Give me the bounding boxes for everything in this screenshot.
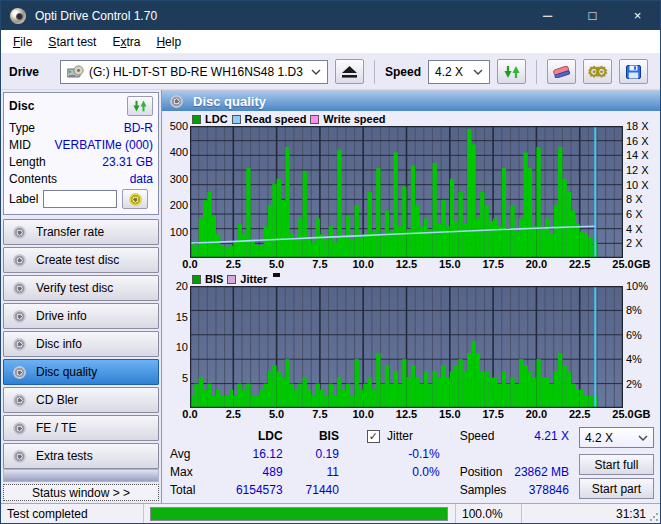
minimize-button[interactable]: ─ [525,1,570,30]
drive-value: (G:) HL-DT-ST BD-RE WH16NS48 1.D3 [89,65,303,79]
disc-icon [13,282,26,295]
ldc-chart-left-axis: 500400300200100 [162,126,190,258]
y-tick-label: 2% [626,378,642,390]
legend-marker [273,273,280,277]
x-tick-label: 10.0 [352,258,373,270]
bis-chart-right-axis: 10%8%6%4%2% [623,286,661,408]
sidebar-item-verify-test-disc[interactable]: Verify test disc [3,275,159,301]
speed-select[interactable]: 4.2 X [428,60,490,84]
window-controls: ─□× [525,1,660,30]
close-button[interactable]: × [615,1,660,30]
jitter-checkbox[interactable]: ✓ [367,430,380,443]
test-speed-value: 4.2 X [585,431,613,445]
disc-icon [129,193,142,206]
speed-stat-value: 4.21 X [534,429,569,443]
x-tick-label: 17.5 [482,258,503,270]
save-button[interactable] [619,59,648,84]
jitter-avg: -0.1% [408,445,439,463]
eraser-icon [553,65,570,78]
legend-label: Read speed [245,113,307,125]
bis-chart: 201510510%8%6%4%2% [162,286,660,408]
x-axis-unit: GB [634,408,651,420]
sidebar-item-transfer-rate[interactable]: Transfer rate [3,219,159,245]
samples-value: 378846 [529,483,569,497]
x-tick-label: 12.5 [396,258,417,270]
drive-select[interactable]: (G:) HL-DT-ST BD-RE WH16NS48 1.D3 [60,60,328,84]
ldc-chart-plot [190,126,623,258]
bis-max: 11 [327,463,339,481]
sidebar-item-cd-bler[interactable]: CD Bler [3,387,159,413]
stats: Avg Max Total LDC 16.12 489 6154573 BIS … [162,421,660,499]
position-value: 23862 MB [514,465,569,479]
y-tick-label: 12 X [626,164,649,176]
disc-row-value: data [130,172,153,186]
refresh-disc-button[interactable] [127,96,153,116]
test-speed-select[interactable]: 4.2 X [579,427,654,448]
legend-swatch-jitter [227,275,236,284]
ldc-chart-right-axis: 18 X16 X14 X12 X10 X8 X6 X4 X2 X [623,126,661,258]
main-panel: Disc quality LDCRead speedWrite speed500… [162,90,660,503]
x-tick-label: 7.5 [312,408,327,420]
menu-item-help[interactable]: Help [148,32,189,52]
disc-row-label: MID [9,138,31,152]
disc-label-button[interactable] [122,189,148,209]
sidebar-item-drive-info[interactable]: Drive info [3,303,159,329]
start-part-button[interactable]: Start part [579,478,654,499]
bis-chart-legend: BISJitter [162,272,660,286]
toolbar: Drive (G:) HL-DT-ST BD-RE WH16NS48 1.D3 … [1,54,660,90]
toolbar-separator [536,60,537,84]
sidebar-item-label: Disc quality [36,365,97,379]
disc-icon [13,226,26,239]
menu-item-start-test[interactable]: Start test [40,32,104,52]
titlebar[interactable]: Opti Drive Control 1.70 ─□× [1,1,660,30]
x-tick-label: 2.5 [226,408,241,420]
position-label: Position [460,465,503,479]
sidebar-item-label: Extra tests [36,449,93,463]
x-tick-label: 22.5 [569,258,590,270]
sidebar-item-label: Create test disc [36,253,119,267]
maximize-button[interactable]: □ [570,1,615,30]
legend-label: Write speed [323,113,385,125]
bis-total: 71440 [306,481,339,499]
drive-label: Drive [9,65,39,79]
status-window-button[interactable]: Status window > > [3,484,159,501]
sidebar-item-disc-info[interactable]: Disc info [3,331,159,357]
x-tick-label: 15.0 [439,258,460,270]
sidebar-item-extra-tests[interactable]: Extra tests [3,443,159,469]
sidebar-item-create-test-disc[interactable]: Create test disc [3,247,159,273]
y-tick-label: 500 [170,120,188,132]
erase-button[interactable] [547,59,576,84]
sidebar-item-fe-te[interactable]: FE / TE [3,415,159,441]
y-tick-label: 100 [170,226,188,238]
start-full-button[interactable]: Start full [579,454,654,475]
label-input[interactable] [43,190,117,208]
disc-row-contents: Contentsdata [9,170,153,187]
disc-row-label: Contents [9,172,57,186]
sidebar-item-label: CD Bler [36,393,78,407]
legend-swatch-write-speed [310,115,319,124]
bis-chart-left-axis: 2015105 [162,286,190,408]
y-tick-label: 5 [182,372,188,384]
statusbar: Test completed 100.0% 31:31 [1,503,660,523]
menu-item-file[interactable]: File [5,32,40,52]
menu-item-extra[interactable]: Extra [104,32,148,52]
sidebar-item-label: Verify test disc [36,281,113,295]
bis-chart-plot-area [190,286,623,408]
x-tick-label: 15.0 [439,408,460,420]
sidebar-item-disc-quality[interactable]: Disc quality [3,359,159,385]
settings-button[interactable]: ⚙⚙ [583,59,612,84]
chevron-down-icon [311,69,321,75]
charts-area: LDCRead speedWrite speed5004003002001001… [162,111,660,421]
ldc-max: 489 [263,463,283,481]
collapsed-panel-strip [3,469,159,482]
disc-icon [13,338,26,351]
label-caption: Label [9,192,38,206]
disc-icon [13,254,26,267]
window-body: Disc TypeBD-RMIDVERBATIMe (000)Length23.… [1,90,660,503]
eject-button[interactable] [335,59,364,84]
gears-icon: ⚙⚙ [588,63,603,81]
resize-grip[interactable] [649,512,659,522]
refresh-button[interactable] [497,59,526,84]
x-tick-label: 5.0 [269,408,284,420]
y-tick-label: 14 X [626,149,649,161]
